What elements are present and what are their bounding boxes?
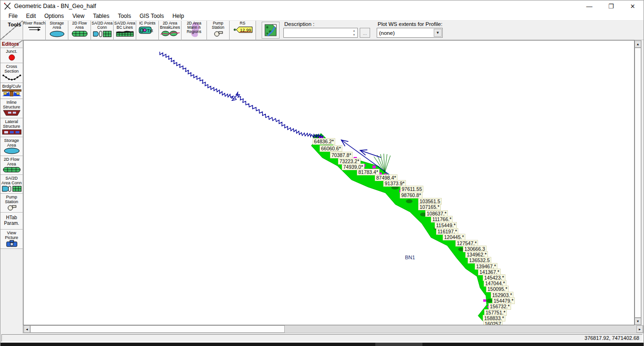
2d-flow-area-icon — [71, 30, 88, 37]
lateral-structure-icon — [2, 129, 22, 135]
vertical-scrollbar[interactable]: ▲ ▼ — [635, 40, 642, 325]
ic-points-button[interactable]: IC Points Txt — [136, 21, 159, 40]
sidebar-item-junction[interactable]: Junct. — [0, 48, 23, 63]
toolbar: Tools River Reach Storage Area 2D Flow A… — [0, 21, 644, 40]
storage-area-icon — [49, 30, 65, 37]
sa-2d-bc-lines-button[interactable]: SA/2D Area BC Lines — [114, 21, 136, 40]
menu-item-tools[interactable]: Tools — [114, 13, 135, 19]
window-title: Geometric Data - BN_Geo_half — [14, 3, 96, 9]
taskbar-strip — [0, 343, 644, 346]
cross-section-label[interactable]: 115449.* — [435, 222, 457, 229]
pump-station-icon — [6, 204, 18, 211]
menu-item-options[interactable]: Options — [40, 13, 68, 19]
app-icon — [4, 2, 11, 10]
tools-label: Tools — [8, 22, 21, 27]
pump-station-button[interactable]: Pump Station — [207, 21, 230, 40]
cross-section-label[interactable]: 66060.6* — [320, 145, 342, 152]
hatch-line — [385, 156, 390, 173]
river-reach-icon — [27, 26, 41, 32]
bc-lines-icon — [116, 30, 134, 37]
scroll-up-icon[interactable]: ▲ — [635, 41, 641, 48]
ic-points-icon: Txt — [139, 26, 157, 34]
restore-button[interactable]: ❐ — [600, 0, 622, 12]
menu-item-file[interactable]: File — [4, 13, 22, 19]
2d-area-mann-n-regions-button[interactable]: 2D Area Mann n Regions — [182, 21, 207, 40]
rs-button[interactable]: RS 12.99 — [230, 21, 256, 40]
cross-section-label[interactable]: 107165.* — [418, 204, 441, 210]
description-label: Description : — [284, 21, 370, 27]
description-expand-button[interactable]: ... — [360, 28, 370, 38]
description-input[interactable]: ▲▼ — [283, 28, 358, 38]
2d-area-breaklines-button[interactable]: 2D Area BreakLines — [159, 21, 182, 40]
sa-2d-conn-icon — [92, 30, 112, 37]
bridge-culvert-icon — [2, 89, 22, 97]
sidebar-item-cross-section[interactable]: Cross Section — [0, 63, 23, 82]
junction-icon — [8, 54, 16, 61]
menu-item-help[interactable]: Help — [168, 13, 189, 19]
river-name-label: BN1 — [405, 255, 415, 260]
rs-tag-icon: 12.99 — [231, 26, 254, 34]
sidebar-item-2d-flow-area[interactable]: 2D Flow Area — [0, 156, 23, 174]
cross-section-label[interactable]: 156732.* — [488, 303, 511, 310]
river-centerline — [160, 52, 323, 139]
2d-flow-area-button[interactable]: 2D Flow Area — [68, 21, 91, 40]
profile-dropdown[interactable]: (none) ▼ — [377, 28, 443, 38]
menu-item-tables[interactable]: Tables — [89, 13, 114, 19]
cross-section-label[interactable]: 136532.5 — [468, 257, 491, 264]
flow-direction-arrow — [360, 150, 381, 157]
cross-section-label[interactable]: 120445.* — [443, 234, 465, 240]
sa-2d-conn-button[interactable]: SA/2D Area Conn — [91, 21, 114, 40]
chevron-down-icon[interactable]: ▼ — [434, 29, 442, 37]
geometric-data-window: Geometric Data - BN_Geo_half — ❐ ✕ FileE… — [0, 0, 644, 346]
cross-section-label[interactable]: 64836.2* — [313, 138, 335, 145]
sidebar-item-storage-area[interactable]: Storage Area — [0, 137, 23, 156]
map-plot-icon — [264, 24, 277, 36]
sidebar-item-view-picture[interactable]: View Picture — [0, 229, 23, 248]
2d-flow-area-icon — [2, 166, 21, 173]
horizontal-scroll-thumb[interactable] — [30, 325, 285, 333]
cross-section-label[interactable]: 160257 — [483, 321, 503, 325]
scroll-down-icon[interactable]: ▼ — [635, 318, 641, 325]
sidebar-item-bridge-culvert[interactable]: Brdg/Culv — [0, 82, 23, 99]
status-bar: 376817.92, 7471402.68 — [0, 333, 644, 343]
storage-area-button[interactable]: Storage Area — [46, 21, 68, 40]
cross-section-label[interactable]: 150095.* — [486, 286, 509, 292]
cross-section-icon — [2, 74, 21, 81]
menu-item-edit[interactable]: Edit — [22, 13, 40, 19]
terrain-patch — [406, 199, 413, 203]
cross-section-label[interactable]: 97611.55 — [400, 186, 423, 192]
scroll-right-icon[interactable]: ► — [636, 325, 643, 333]
cross-section-label[interactable]: 70387.8* — [330, 152, 353, 158]
plot-extents-button[interactable] — [262, 22, 280, 39]
cross-section-label[interactable]: 98760.8* — [400, 192, 422, 198]
hatch-line — [385, 154, 387, 173]
sidebar-item-inline-structure[interactable]: Inline Structure — [0, 99, 23, 118]
inline-structure-icon — [2, 109, 21, 116]
title-bar: Geometric Data - BN_Geo_half — ❐ ✕ — [0, 0, 644, 12]
sidebar-item-lateral-structure[interactable]: Lateral Structure — [0, 118, 23, 137]
menu-item-view[interactable]: View — [68, 13, 89, 19]
camera-icon — [6, 240, 17, 247]
menu-bar: FileEditOptionsViewTablesToolsGIS ToolsH… — [0, 12, 644, 21]
horizontal-scrollbar[interactable]: ◄ ► — [23, 325, 644, 333]
sidebar-item-pump-station[interactable]: Pump Station — [0, 193, 23, 212]
description-spinner[interactable]: ▲▼ — [351, 29, 357, 37]
tools-corner: Tools — [0, 21, 23, 40]
scroll-left-icon[interactable]: ◄ — [24, 325, 30, 333]
sa-2d-conn-icon — [1, 185, 22, 192]
sidebar-item-htab-param[interactable]: HTab Param. — [0, 212, 23, 229]
vertical-scroll-thumb[interactable] — [635, 48, 641, 318]
sidebar-item-sa-2d-conn[interactable]: SA/2D Area Conn — [0, 174, 23, 193]
minimize-button[interactable]: — — [578, 0, 600, 12]
breaklines-icon — [160, 30, 180, 37]
terrain-patch — [487, 299, 492, 303]
profile-label: Plot WS extents for Profile: — [378, 21, 443, 27]
storage-area-icon — [3, 148, 20, 154]
cross-section-label[interactable]: 111766.* — [431, 216, 453, 222]
editors-header: Editors — [0, 40, 23, 48]
river-reach-button[interactable]: River Reach — [23, 21, 46, 40]
geometry-canvas[interactable]: 64836.2*66060.6*70387.8*73223.2*74939.0*… — [23, 40, 635, 325]
close-button[interactable]: ✕ — [622, 0, 644, 12]
cursor-coordinates: 376817.92, 7471402.68 — [585, 335, 639, 341]
menu-item-gis-tools[interactable]: GIS Tools — [135, 13, 168, 19]
